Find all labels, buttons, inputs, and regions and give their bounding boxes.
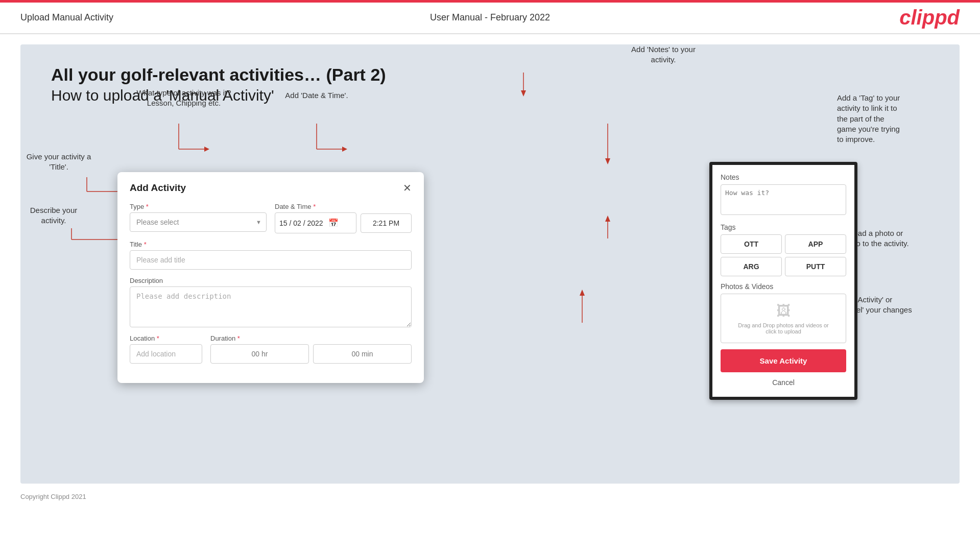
location-input[interactable] — [130, 344, 202, 364]
page-label: Upload Manual Activity — [20, 12, 113, 23]
description-textarea[interactable] — [130, 286, 412, 327]
title-label: Title * — [130, 241, 412, 248]
annotation-description: Describe your activity. — [15, 205, 92, 226]
page-title: All your golf-relevant activities… (Part… — [51, 65, 939, 85]
duration-group: Duration * — [210, 334, 412, 364]
add-activity-dialog: Add Activity ✕ Type * Please select Date… — [117, 172, 424, 383]
title-group: Title * — [130, 241, 412, 270]
tag-putt[interactable]: PUTT — [785, 257, 846, 276]
type-datetime-row: Type * Please select Date & Time * 15 / … — [130, 203, 412, 233]
tags-grid: OTT APP ARG PUTT — [721, 234, 846, 276]
annotation-tags: Add a 'Tag' to your activity to link it … — [837, 93, 954, 145]
datetime-label: Date & Time * — [275, 203, 412, 210]
date-input[interactable]: 15 / 02 / 2022 📅 — [275, 212, 356, 233]
location-duration-row: Location * Duration * — [130, 334, 412, 364]
description-label: Description — [130, 277, 412, 284]
title-input[interactable] — [130, 250, 412, 270]
annotation-type: What type of activity was it? Lesson, Ch… — [133, 88, 235, 109]
location-label: Location * — [130, 334, 202, 342]
main-content: All your golf-relevant activities… (Part… — [20, 44, 960, 484]
logo: clippd — [899, 6, 960, 29]
svg-marker-5 — [342, 147, 347, 152]
description-group: Description — [130, 277, 412, 327]
datetime-group: Date & Time * 15 / 02 / 2022 📅 2:21 PM — [275, 203, 412, 233]
cancel-link[interactable]: Cancel — [721, 376, 846, 389]
footer: Copyright Clippd 2021 — [0, 489, 980, 505]
type-select[interactable]: Please select — [130, 212, 267, 232]
notes-label: Notes — [721, 173, 846, 181]
notes-textarea[interactable] — [721, 184, 846, 215]
copyright: Copyright Clippd 2021 — [20, 493, 86, 500]
duration-hr-input[interactable] — [210, 344, 309, 364]
manual-label: User Manual - February 2022 — [430, 12, 550, 23]
type-label: Type * — [130, 203, 267, 210]
top-bar: Upload Manual Activity User Manual - Feb… — [0, 0, 980, 34]
dialog-close-button[interactable]: ✕ — [403, 183, 412, 193]
tag-ott[interactable]: OTT — [721, 234, 782, 254]
location-group: Location * — [130, 334, 202, 364]
type-select-wrapper: Please select — [130, 212, 267, 232]
annotation-notes: Add 'Notes' to your activity. — [612, 44, 714, 65]
phone-panel: Notes Tags OTT APP ARG PUTT Photos & Vid… — [709, 162, 857, 400]
photo-icon: 🖼 — [776, 302, 791, 319]
duration-label: Duration * — [210, 334, 412, 342]
photos-label: Photos & Videos — [721, 282, 846, 291]
dialog-title: Add Activity — [130, 182, 186, 194]
time-input[interactable]: 2:21 PM — [361, 213, 412, 233]
svg-marker-23 — [580, 290, 585, 296]
photo-upload-text: Drag and Drop photos and videos or click… — [738, 322, 828, 334]
annotation-photos: Upload a photo or video to the activity. — [842, 228, 954, 249]
save-activity-button[interactable]: Save Activity — [721, 349, 846, 372]
tags-label: Tags — [721, 223, 846, 231]
type-group: Type * Please select — [130, 203, 267, 233]
photo-upload-area[interactable]: 🖼 Drag and Drop photos and videos or cli… — [721, 294, 846, 343]
tag-app[interactable]: APP — [785, 234, 846, 254]
duration-min-input[interactable] — [313, 344, 412, 364]
annotation-datetime: Add 'Date & Time'. — [271, 90, 363, 101]
svg-marker-2 — [204, 147, 209, 152]
svg-marker-21 — [605, 215, 610, 222]
annotation-title: Give your activity a 'Title'. — [15, 152, 102, 173]
dialog-header: Add Activity ✕ — [130, 182, 412, 194]
svg-marker-19 — [605, 158, 610, 164]
tag-arg[interactable]: ARG — [721, 257, 782, 276]
duration-inputs — [210, 344, 412, 364]
datetime-inputs: 15 / 02 / 2022 📅 2:21 PM — [275, 212, 412, 233]
